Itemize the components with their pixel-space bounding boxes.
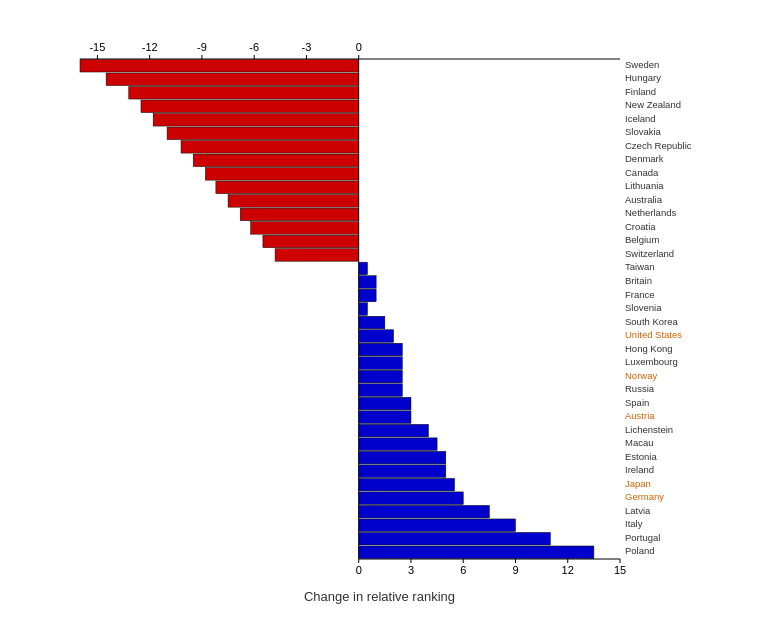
svg-text:Italy: Italy: [625, 518, 643, 529]
svg-text:Portugal: Portugal: [625, 531, 660, 542]
svg-rect-36: [167, 127, 359, 140]
svg-text:Slovenia: Slovenia: [625, 302, 662, 313]
svg-rect-28: [106, 73, 359, 86]
svg-rect-78: [358, 410, 410, 423]
svg-text:Latvia: Latvia: [625, 504, 651, 515]
svg-rect-26: [80, 59, 359, 72]
chart-title: Change in relative ranking: [20, 589, 740, 604]
svg-text:Ireland: Ireland: [625, 464, 654, 475]
svg-rect-54: [275, 248, 359, 261]
svg-rect-68: [358, 343, 402, 356]
svg-rect-32: [140, 100, 358, 113]
svg-text:-3: -3: [301, 41, 311, 53]
svg-text:Russia: Russia: [625, 383, 655, 394]
svg-text:Britain: Britain: [625, 275, 652, 286]
svg-rect-52: [262, 235, 358, 248]
svg-rect-72: [358, 370, 402, 383]
svg-text:South Korea: South Korea: [625, 315, 679, 326]
svg-rect-60: [358, 289, 375, 302]
svg-text:Croatia: Croatia: [625, 220, 656, 231]
svg-rect-64: [358, 316, 384, 329]
svg-text:Australia: Australia: [625, 193, 663, 204]
svg-rect-84: [358, 451, 445, 464]
svg-text:Switzerland: Switzerland: [625, 247, 674, 258]
chart-container: -15-12-9-6-3003691215SwedenHungaryFinlan…: [20, 14, 740, 604]
svg-text:Canada: Canada: [625, 166, 659, 177]
svg-text:Japan: Japan: [625, 477, 651, 488]
svg-text:Luxembourg: Luxembourg: [625, 356, 678, 367]
svg-text:Netherlands: Netherlands: [625, 207, 676, 218]
svg-rect-94: [358, 518, 515, 531]
svg-rect-82: [358, 437, 436, 450]
svg-rect-30: [128, 86, 358, 99]
svg-rect-62: [358, 302, 367, 315]
svg-text:6: 6: [460, 564, 466, 576]
svg-rect-70: [358, 356, 402, 369]
svg-text:Germany: Germany: [625, 491, 664, 502]
svg-rect-74: [358, 383, 402, 396]
svg-rect-38: [181, 140, 359, 153]
svg-text:Spain: Spain: [625, 396, 649, 407]
svg-text:United States: United States: [625, 329, 682, 340]
svg-text:Slovakia: Slovakia: [625, 126, 662, 137]
svg-rect-56: [358, 262, 367, 275]
svg-text:-6: -6: [249, 41, 259, 53]
svg-rect-96: [358, 532, 550, 545]
svg-text:9: 9: [512, 564, 518, 576]
svg-text:Finland: Finland: [625, 85, 656, 96]
svg-rect-46: [228, 194, 359, 207]
svg-rect-44: [215, 181, 358, 194]
svg-text:France: France: [625, 288, 655, 299]
svg-rect-42: [205, 167, 358, 180]
svg-text:0: 0: [355, 41, 361, 53]
svg-rect-92: [358, 505, 489, 518]
svg-rect-76: [358, 397, 410, 410]
svg-text:Denmark: Denmark: [625, 153, 664, 164]
svg-text:Estonia: Estonia: [625, 450, 657, 461]
svg-rect-86: [358, 464, 445, 477]
svg-rect-80: [358, 424, 428, 437]
svg-text:Poland: Poland: [625, 545, 655, 556]
svg-rect-66: [358, 329, 393, 342]
svg-text:Austria: Austria: [625, 410, 655, 421]
svg-text:-9: -9: [197, 41, 207, 53]
svg-text:3: 3: [407, 564, 413, 576]
svg-text:Lithuania: Lithuania: [625, 180, 664, 191]
svg-rect-48: [240, 208, 358, 221]
svg-text:Belgium: Belgium: [625, 234, 659, 245]
svg-rect-58: [358, 275, 375, 288]
svg-text:Lichenstein: Lichenstein: [625, 423, 673, 434]
svg-text:New Zealand: New Zealand: [625, 99, 681, 110]
svg-text:Iceland: Iceland: [625, 112, 656, 123]
svg-text:-12: -12: [141, 41, 157, 53]
chart-svg: -15-12-9-6-3003691215SwedenHungaryFinlan…: [20, 14, 740, 604]
svg-text:12: 12: [561, 564, 573, 576]
svg-rect-90: [358, 491, 463, 504]
svg-rect-88: [358, 478, 454, 491]
svg-text:-15: -15: [89, 41, 105, 53]
svg-text:Norway: Norway: [625, 369, 657, 380]
svg-text:Hungary: Hungary: [625, 72, 661, 83]
svg-text:0: 0: [355, 564, 361, 576]
svg-text:Hong Kong: Hong Kong: [625, 342, 673, 353]
svg-text:Sweden: Sweden: [625, 58, 659, 69]
svg-rect-40: [193, 154, 358, 167]
svg-text:15: 15: [613, 564, 625, 576]
svg-rect-98: [358, 545, 593, 558]
svg-text:Taiwan: Taiwan: [625, 261, 655, 272]
svg-rect-34: [153, 113, 359, 126]
svg-rect-50: [250, 221, 358, 234]
svg-text:Macau: Macau: [625, 437, 654, 448]
svg-text:Czech Republic: Czech Republic: [625, 139, 692, 150]
